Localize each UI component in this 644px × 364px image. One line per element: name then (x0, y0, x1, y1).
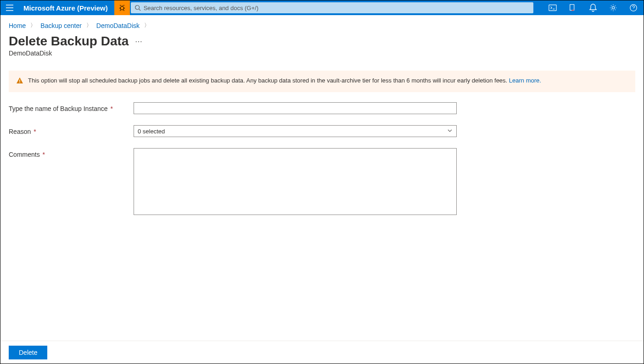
svg-rect-6 (19, 80, 20, 82)
svg-point-1 (135, 6, 139, 10)
svg-rect-7 (19, 82, 20, 83)
warning-text: This option will stop all scheduled back… (28, 77, 509, 84)
page-subtitle: DemoDataDisk (0, 49, 644, 57)
chevron-down-icon (447, 128, 453, 135)
chevron-right-icon: 〉 (86, 22, 92, 29)
form-row-reason: Reason * 0 selected (9, 125, 635, 137)
help-icon (629, 4, 638, 12)
form-row-name: Type the name of Backup Instance * (9, 102, 635, 114)
required-marker: * (109, 105, 113, 112)
settings-button[interactable] (603, 0, 623, 15)
topbar: Microsoft Azure (Preview) (0, 0, 644, 15)
name-label: Type the name of Backup Instance * (9, 102, 134, 114)
footer: Delete (0, 341, 644, 364)
search-icon (134, 5, 141, 11)
comments-label-text: Comments (9, 151, 40, 158)
brand-title[interactable]: Microsoft Azure (Preview) (19, 4, 114, 12)
preview-bug-button[interactable] (114, 0, 130, 15)
warning-banner: This option will stop all scheduled back… (9, 71, 635, 92)
reason-control: 0 selected (134, 125, 457, 137)
filter-icon (569, 4, 577, 12)
reason-label-text: Reason (9, 128, 31, 135)
notifications-button[interactable] (583, 0, 603, 15)
breadcrumb-backup-center[interactable]: Backup center (40, 22, 82, 29)
hamburger-icon (6, 5, 13, 11)
breadcrumb-demodatadisk[interactable]: DemoDataDisk (96, 22, 140, 29)
comments-textarea[interactable] (134, 148, 457, 215)
backup-instance-name-input[interactable] (134, 102, 457, 114)
required-marker: * (32, 128, 36, 135)
cloud-shell-button[interactable] (543, 0, 563, 15)
cloud-shell-icon (549, 4, 557, 11)
reason-label: Reason * (9, 125, 134, 137)
comments-label: Comments * (9, 148, 134, 216)
reason-select[interactable]: 0 selected (134, 125, 457, 137)
name-control (134, 102, 457, 114)
learn-more-link[interactable]: Learn more. (509, 77, 541, 84)
top-icons (543, 0, 644, 15)
name-label-text: Type the name of Backup Instance (9, 105, 108, 112)
svg-point-0 (120, 6, 124, 10)
warning-icon (16, 77, 23, 86)
form-row-comments: Comments * (9, 148, 635, 216)
chevron-right-icon: 〉 (144, 22, 150, 29)
title-more-button[interactable]: ⋯ (135, 37, 143, 46)
breadcrumb-home[interactable]: Home (9, 22, 26, 29)
hamburger-menu-button[interactable] (0, 0, 19, 15)
warning-text-container: This option will stop all scheduled back… (28, 77, 541, 84)
delete-button[interactable]: Delete (9, 346, 47, 359)
breadcrumb: Home 〉 Backup center 〉 DemoDataDisk 〉 (0, 15, 644, 31)
bell-icon (589, 4, 597, 12)
search-input[interactable] (144, 5, 530, 11)
delete-form: Type the name of Backup Instance * Reaso… (0, 92, 644, 216)
help-button[interactable] (623, 0, 644, 15)
comments-control (134, 148, 457, 216)
reason-select-value: 0 selected (138, 128, 165, 135)
page-title: Delete Backup Data (9, 34, 129, 49)
gear-icon (609, 4, 617, 12)
directory-filter-button[interactable] (563, 0, 583, 15)
searchbox[interactable] (131, 2, 533, 13)
svg-point-4 (612, 6, 614, 9)
page-title-row: Delete Backup Data ⋯ (0, 31, 644, 49)
required-marker: * (41, 151, 45, 158)
bug-icon (118, 4, 126, 12)
svg-rect-2 (549, 5, 556, 11)
chevron-right-icon: 〉 (30, 22, 36, 29)
svg-rect-3 (570, 5, 574, 11)
